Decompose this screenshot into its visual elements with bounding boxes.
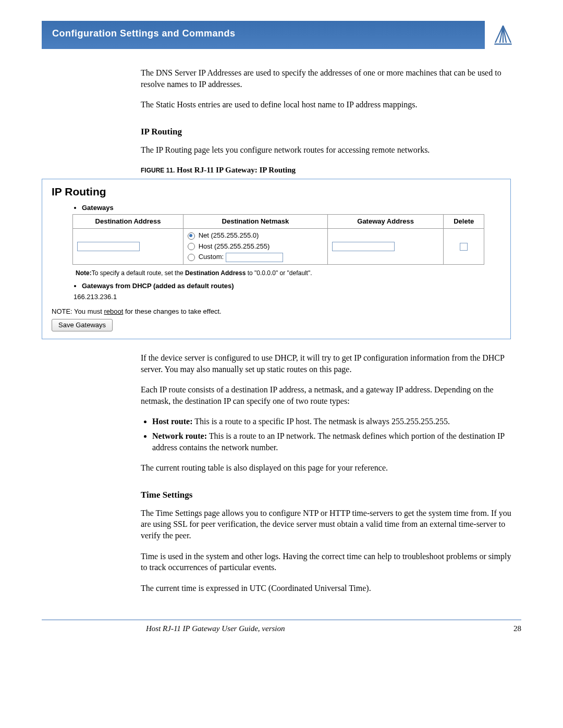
figure-title: Host RJ-11 IP Gateway: IP Routing bbox=[175, 166, 296, 174]
gateway-address-input[interactable] bbox=[332, 242, 395, 251]
routing-table-paragraph: The current routing table is also displa… bbox=[141, 462, 516, 474]
save-gateways-button[interactable]: Save Gateways bbox=[52, 319, 113, 331]
delete-checkbox[interactable] bbox=[460, 243, 468, 251]
page-number: 28 bbox=[513, 624, 521, 633]
host-route-text: This is a route to a specific IP host. T… bbox=[192, 417, 449, 426]
netmask-custom-label: Custom: bbox=[199, 253, 224, 261]
netmask-radio-custom[interactable] bbox=[188, 254, 195, 261]
note-text: To specify a default route, set the bbox=[92, 269, 185, 277]
ss-bullet-dhcp: Gateways from DHCP (added as default rou… bbox=[82, 281, 501, 291]
netmask-radio-net[interactable] bbox=[188, 232, 195, 240]
footer-rule bbox=[42, 620, 521, 620]
page-header: Configuration Settings and Commands bbox=[42, 21, 521, 49]
ss-title: IP Routing bbox=[52, 184, 501, 199]
header-title: Configuration Settings and Commands bbox=[42, 21, 485, 49]
reboot-note-post: for these changes to take effect. bbox=[123, 307, 221, 315]
reboot-note: NOTE: You must reboot for these changes … bbox=[52, 307, 501, 316]
figure-caption: FIGURE 11. Host RJ-11 IP Gateway: IP Rou… bbox=[141, 165, 516, 175]
route-components-paragraph: Each IP route consists of a destination … bbox=[141, 384, 516, 406]
th-destination-address: Destination Address bbox=[73, 215, 183, 229]
route-types-list: Host route: This is a route to a specifi… bbox=[141, 416, 516, 453]
note-prefix: Note: bbox=[76, 269, 92, 277]
ss-bullet-gateways: Gateways bbox=[82, 203, 501, 213]
list-item-network-route: Network route: This is a route to an IP … bbox=[152, 430, 516, 453]
default-route-note: Note:To specify a default route, set the… bbox=[76, 269, 501, 277]
netmask-custom-input[interactable] bbox=[226, 253, 283, 262]
ip-routing-heading: IP Routing bbox=[141, 126, 516, 138]
th-gateway-address: Gateway Address bbox=[327, 215, 444, 229]
netmask-net-label: Net (255.255.255.0) bbox=[199, 231, 259, 239]
brand-logo-icon bbox=[485, 21, 521, 49]
ip-routing-intro: The IP Routing page lets you configure n… bbox=[141, 144, 516, 156]
ip-routing-screenshot: IP Routing Gateways Destination Address … bbox=[42, 179, 511, 339]
th-delete: Delete bbox=[444, 215, 484, 229]
th-destination-netmask: Destination Netmask bbox=[183, 215, 328, 229]
host-route-label: Host route: bbox=[152, 417, 192, 426]
list-item-host-route: Host route: This is a route to a specifi… bbox=[152, 416, 516, 427]
netmask-radio-host[interactable] bbox=[188, 243, 195, 250]
dns-paragraph: The DNS Server IP Addresses are used to … bbox=[141, 67, 516, 90]
dhcp-info-paragraph: If the device server is configured to us… bbox=[141, 352, 516, 375]
destination-address-input[interactable] bbox=[77, 242, 140, 251]
note-bold: Destination Address bbox=[185, 269, 246, 277]
netmask-host-label: Host (255.255.255.255) bbox=[199, 242, 270, 250]
time-settings-heading: Time Settings bbox=[141, 489, 516, 501]
figure-label: FIGURE 11. bbox=[141, 167, 175, 174]
reboot-link[interactable]: reboot bbox=[104, 307, 123, 315]
gateways-table: Destination Address Destination Netmask … bbox=[72, 214, 484, 264]
note-rest: to "0.0.0.0" or "default". bbox=[246, 269, 312, 277]
time-p3: The current time is expressed in UTC (Co… bbox=[141, 583, 516, 594]
network-route-label: Network route: bbox=[152, 431, 207, 440]
static-hosts-paragraph: The Static Hosts entries are used to def… bbox=[141, 99, 516, 110]
time-p2: Time is used in the system and other log… bbox=[141, 551, 516, 573]
footer-doc-title: Host RJ-11 IP Gateway User Guide, versio… bbox=[42, 624, 285, 633]
dhcp-gateway-ip: 166.213.236.1 bbox=[72, 292, 501, 302]
time-p1: The Time Settings page allows you to con… bbox=[141, 508, 516, 541]
reboot-note-pre: NOTE: You must bbox=[52, 307, 104, 315]
page-footer: Host RJ-11 IP Gateway User Guide, versio… bbox=[42, 624, 521, 644]
